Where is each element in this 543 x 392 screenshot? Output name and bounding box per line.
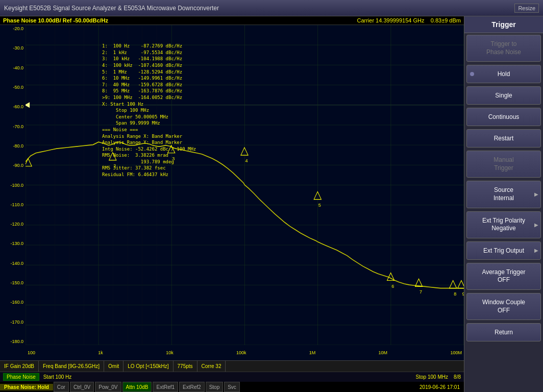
extref2-status: ExtRef2 <box>179 382 205 392</box>
y-label: -80.0 <box>0 143 26 149</box>
svg-text:2: 2 <box>113 163 116 168</box>
window-couple-button[interactable]: Window Couple OFF <box>466 293 541 320</box>
svg-text:5: 5 <box>318 202 321 207</box>
pow-status: Pow_0V <box>95 382 121 392</box>
main-layout: Phase Noise 10.00dB/ Ref -50.00dBc/Hz Ca… <box>0 16 543 392</box>
phase-noise-mode: Phase Noise <box>3 373 39 381</box>
hold-indicator: Phase Noise: Hold <box>0 384 53 390</box>
freq-band: Freq Band [9G-26.5GHz] <box>39 361 104 372</box>
svg-text:4: 4 <box>245 158 248 163</box>
lo-opt: LO Opt [<150kHz] <box>124 361 173 372</box>
y-label: -20.0 <box>0 26 26 31</box>
trigger-to-phase-noise-button[interactable]: Trigger to Phase Noise <box>466 35 541 62</box>
cor-status: Cor <box>54 382 69 392</box>
y-label: -130.0 <box>0 241 26 246</box>
continuous-button[interactable]: Continuous <box>466 108 541 126</box>
panel-title: Trigger <box>464 16 543 33</box>
ext-trig-polarity-button[interactable]: Ext Trig Polarity Negative ▶ <box>466 211 541 238</box>
stop-status: Stop <box>206 382 224 392</box>
source-arrow-icon: ▶ <box>534 191 538 198</box>
omit: Omit <box>104 361 124 372</box>
x-axis: 100 1k 10k 100k 1M 10M 100M <box>26 345 464 360</box>
svg-marker-49 <box>26 102 30 108</box>
resize-button[interactable]: Resize <box>514 4 539 13</box>
return-button[interactable]: Return <box>466 323 541 341</box>
svg-text:7: 7 <box>419 289 422 295</box>
restart-button[interactable]: Restart <box>466 129 541 148</box>
y-label: -40.0 <box>0 65 26 70</box>
ctrl-status: Ctrl_0V <box>70 382 94 392</box>
if-gain: IF Gain 20dB <box>0 361 39 372</box>
y-label: -150.0 <box>0 280 26 285</box>
single-button[interactable]: Single <box>466 86 541 105</box>
svg-text:6: 6 <box>391 283 394 288</box>
attn-status: Attn 10dB <box>122 382 152 392</box>
bottom-bar: IF Gain 20dB Freq Band [9G-26.5GHz] Omit… <box>0 360 464 372</box>
title-bar: Keysight E5052B Signal Source Analyzer &… <box>0 0 543 16</box>
y-label: -140.0 <box>0 261 26 266</box>
y-label: -90.0 <box>0 163 26 168</box>
svg-text:9: 9 <box>462 290 464 296</box>
svg-text:8: 8 <box>454 290 456 296</box>
svg-marker-38 <box>314 191 321 199</box>
stop-info: Stop 100 MHz 8/8 <box>416 374 461 380</box>
datetime: 2019-06-26 17:01 <box>419 384 464 390</box>
svg-marker-44 <box>450 281 457 288</box>
status-bar: Phase Noise Start 100 Hz Stop 100 MHz 8/… <box>0 372 464 382</box>
manual-trigger-button[interactable]: Manual Trigger <box>466 151 541 178</box>
average-trigger-button[interactable]: Average Trigger OFF <box>466 263 541 290</box>
source-internal-button[interactable]: Source Internal ▶ <box>466 181 541 208</box>
extref1-status: ExtRef1 <box>153 382 178 392</box>
y-label: -110.0 <box>0 202 26 207</box>
chart-header: Phase Noise 10.00dB/ Ref -50.00dBc/Hz Ca… <box>0 16 464 25</box>
y-label: -160.0 <box>0 300 26 305</box>
y-label: -50.0 <box>0 85 26 90</box>
chart-title: Phase Noise 10.00dB/ Ref -50.00dBc/Hz <box>3 17 108 23</box>
svg-text:3: 3 <box>172 156 175 161</box>
svc-status: Svc <box>224 382 240 392</box>
chart-svg: 2 3 4 5 6 7 8 <box>26 25 464 345</box>
ext-trig-pol-arrow-icon: ▶ <box>534 222 538 228</box>
right-panel: Trigger Trigger to Phase Noise Hold Sing… <box>464 16 543 392</box>
hold-dot <box>470 72 474 76</box>
svg-marker-36 <box>241 148 248 155</box>
ext-trig-output-button[interactable]: Ext Trig Output ▶ <box>466 241 541 260</box>
hold-button[interactable]: Hold <box>466 65 541 83</box>
pts: 775pts <box>174 361 198 372</box>
info-bar: Phase Noise: Hold Cor Ctrl_0V Pow_0V Att… <box>0 382 464 392</box>
y-label: -70.0 <box>0 124 26 129</box>
corre: Corre 32 <box>198 361 226 372</box>
svg-marker-32 <box>109 153 116 160</box>
chart-body: -20.0 -30.0 -40.0 -50.0 -60.0 -70.0 -80.… <box>0 25 464 360</box>
y-label: -60.0 <box>0 104 26 109</box>
chart-area: Phase Noise 10.00dB/ Ref -50.00dBc/Hz Ca… <box>0 16 464 392</box>
y-label: -30.0 <box>0 45 26 51</box>
y-axis: -20.0 -30.0 -40.0 -50.0 -60.0 -70.0 -80.… <box>0 25 26 345</box>
start-freq: Start 100 Hz <box>43 374 72 380</box>
y-label: -180.0 <box>0 339 26 344</box>
app-title: Keysight E5052B Signal Source Analyzer &… <box>4 5 219 12</box>
ext-trig-out-arrow-icon: ▶ <box>534 248 538 253</box>
carrier-info: Carrier 14.399999154 GHz 0.83±9 dBm <box>357 17 461 23</box>
svg-marker-46 <box>458 281 464 288</box>
y-label: -100.0 <box>0 183 26 188</box>
y-label: -170.0 <box>0 320 26 325</box>
y-label: -120.0 <box>0 222 26 227</box>
